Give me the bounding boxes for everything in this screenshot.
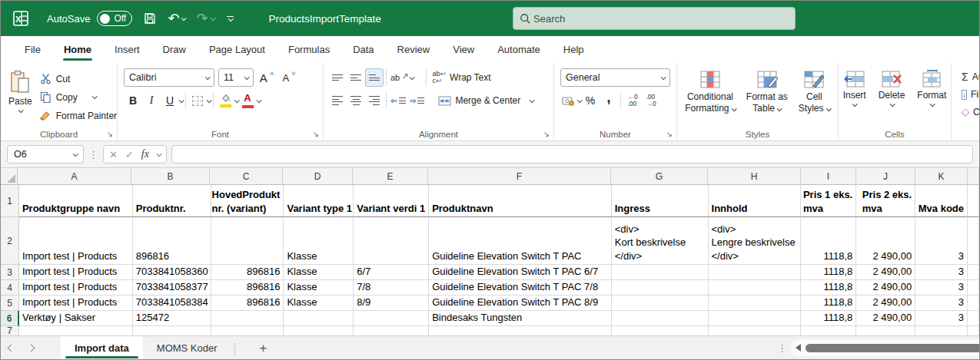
row-header-6[interactable]: 6: [1, 311, 19, 326]
sheetbar-options-dots[interactable]: ⋮: [777, 342, 787, 354]
bottom-align-button[interactable]: [365, 68, 384, 87]
insert-function-button[interactable]: fx: [141, 148, 149, 160]
comma-style-button[interactable]: ,: [600, 91, 618, 110]
cell-B4[interactable]: 7033841058377: [133, 280, 211, 296]
cell-K5[interactable]: 3: [915, 296, 968, 311]
cell-J2[interactable]: 2 490,00: [856, 217, 915, 265]
cell-H7[interactable]: [709, 326, 802, 335]
cell-K1[interactable]: Mva kode: [915, 185, 968, 217]
italic-button[interactable]: I: [142, 91, 161, 110]
row-header-1[interactable]: 1: [1, 185, 19, 217]
cell-K3[interactable]: 3: [915, 265, 968, 280]
cell-H1[interactable]: Innhold: [709, 185, 802, 217]
column-header-K[interactable]: K: [915, 168, 968, 185]
align-left-button[interactable]: [328, 91, 347, 110]
number-format-select[interactable]: General: [560, 68, 670, 87]
ribbon-tab-review[interactable]: Review: [389, 38, 439, 62]
wrap-text-button[interactable]: ab↩c↩ Wrap Text: [430, 68, 492, 87]
cell-I3[interactable]: 1118,8: [801, 265, 856, 280]
cell-A2[interactable]: Import test | Products: [19, 217, 133, 265]
column-header-G[interactable]: G: [611, 168, 708, 185]
cell-partial-1[interactable]: [968, 185, 979, 217]
cell-I6[interactable]: 1118,8: [801, 311, 856, 326]
cell-E2[interactable]: [354, 217, 429, 265]
format-painter-button[interactable]: Format Painter: [37, 107, 119, 124]
decrease-indent-button[interactable]: ⇐: [389, 91, 407, 110]
column-header-D[interactable]: D: [283, 168, 353, 185]
underline-chevron-icon[interactable]: [179, 97, 184, 103]
cut-button[interactable]: Cut: [37, 71, 119, 87]
confirm-entry-button[interactable]: ✓: [125, 149, 134, 160]
cell-partial-2[interactable]: [968, 217, 979, 265]
column-header-J[interactable]: J: [856, 168, 915, 185]
conditional-formatting-button[interactable]: Conditional Formatting: [680, 66, 740, 127]
sheet-nav-prev-button[interactable]: [1, 345, 21, 351]
cell-B3[interactable]: 7033841058360: [133, 265, 211, 280]
cell-G1[interactable]: Ingress: [612, 185, 709, 217]
clipboard-dialog-launcher[interactable]: ↘: [107, 130, 113, 138]
decrease-decimal-button[interactable]: .00→0: [642, 91, 660, 110]
sheet-tab-moms-koder[interactable]: MOMS Koder: [143, 336, 231, 360]
ribbon-tab-help[interactable]: Help: [555, 38, 593, 62]
cell-J4[interactable]: 2 490,00: [856, 280, 915, 296]
cell-I1[interactable]: Pris 1 eks. mva: [801, 185, 856, 217]
font-size-select[interactable]: 11: [218, 68, 254, 87]
cell-G5[interactable]: [612, 296, 709, 311]
row-header-5[interactable]: 5: [1, 296, 19, 311]
sheet-tab-import-data[interactable]: Import data: [61, 336, 143, 360]
cell-K4[interactable]: 3: [915, 280, 968, 296]
column-header-H[interactable]: H: [708, 168, 801, 185]
cell-partial-6[interactable]: [968, 311, 979, 326]
ribbon-tab-draw[interactable]: Draw: [154, 38, 194, 62]
cell-I7[interactable]: [801, 326, 856, 335]
sheet-nav-next-button[interactable]: [21, 345, 41, 351]
cell-E1[interactable]: Variant verdi 1: [354, 185, 429, 217]
align-center-button[interactable]: [347, 91, 365, 110]
cell-C7[interactable]: [211, 326, 284, 335]
cell-F6[interactable]: Bindesaks Tungsten: [429, 311, 612, 326]
cell-A3[interactable]: Import test | Products: [19, 265, 133, 280]
increase-indent-button[interactable]: ⇒: [407, 91, 426, 110]
cell-I5[interactable]: 1118,8: [801, 296, 856, 311]
cell-I4[interactable]: 1118,8: [801, 280, 856, 296]
number-dialog-launcher[interactable]: ↘: [666, 130, 673, 138]
decrease-font-size-button[interactable]: A˅: [280, 68, 298, 87]
cell-H5[interactable]: [709, 296, 802, 311]
bold-button[interactable]: B: [124, 91, 142, 110]
cell-B1[interactable]: Produktnr.: [133, 185, 211, 217]
cell-G2[interactable]: <div> Kort beskrivelse </div>: [612, 217, 709, 265]
cell-A7[interactable]: [19, 326, 133, 335]
cell-D5[interactable]: Klasse: [284, 296, 354, 311]
cell-J3[interactable]: 2 490,00: [856, 265, 915, 280]
autosum-button[interactable]: Σ Au: [959, 69, 976, 84]
percent-style-button[interactable]: %: [581, 91, 600, 110]
font-color-button[interactable]: A: [238, 91, 257, 110]
cell-B2[interactable]: 896816: [133, 217, 211, 265]
cell-F2[interactable]: Guideline Elevation Switch T PAC: [429, 217, 612, 265]
row-header-4[interactable]: 4: [1, 280, 19, 296]
cell-C6[interactable]: [211, 311, 284, 326]
top-align-button[interactable]: [328, 68, 347, 87]
cell-K2[interactable]: 3: [915, 217, 968, 265]
redo-button[interactable]: ↷: [196, 12, 214, 25]
cell-B6[interactable]: 125472: [133, 311, 211, 326]
column-header-partial[interactable]: [968, 168, 979, 185]
cancel-entry-button[interactable]: ✕: [109, 149, 118, 160]
new-sheet-button[interactable]: +: [260, 342, 267, 355]
copy-button[interactable]: Copy: [37, 89, 119, 105]
name-box[interactable]: O6: [7, 145, 84, 163]
font-name-select[interactable]: Calibri: [124, 68, 214, 87]
merge-center-chevron-icon[interactable]: [530, 97, 535, 103]
cell-A1[interactable]: Produktgruppe navn: [19, 185, 133, 217]
cell-D3[interactable]: Klasse: [284, 265, 354, 280]
scrollbar-thumb[interactable]: [806, 344, 979, 352]
font-dialog-launcher[interactable]: ↘: [313, 130, 319, 138]
column-header-B[interactable]: B: [131, 168, 210, 185]
column-header-F[interactable]: F: [428, 168, 611, 185]
cell-E7[interactable]: [354, 326, 429, 335]
cell-F4[interactable]: Guideline Elevation Switch T PAC 7/8: [429, 280, 612, 296]
cell-D2[interactable]: Klasse: [284, 217, 354, 265]
autosave-toggle[interactable]: Off: [97, 11, 132, 26]
column-header-E[interactable]: E: [353, 168, 428, 185]
delete-cells-button[interactable]: Delete: [874, 66, 910, 127]
